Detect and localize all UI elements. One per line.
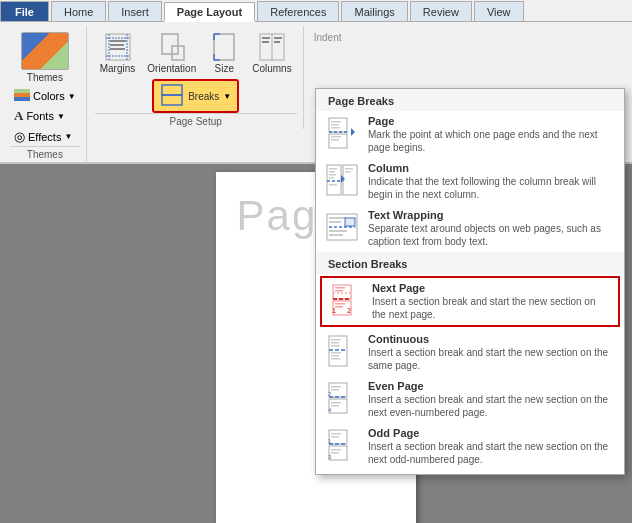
svg-rect-23 bbox=[274, 41, 280, 43]
text-wrapping-break-text: Text Wrapping Separate text around objec… bbox=[368, 209, 616, 248]
even-page-break-icon: 2 4 bbox=[324, 380, 360, 416]
dropdown-item-text-wrapping[interactable]: Text Wrapping Separate text around objec… bbox=[316, 205, 624, 252]
margins-label: Margins bbox=[100, 63, 136, 74]
colors-button[interactable]: Colors ▼ bbox=[10, 87, 80, 105]
section-breaks-header: Section Breaks bbox=[316, 252, 624, 274]
dropdown-item-page[interactable]: Page Mark the point at which one page en… bbox=[316, 111, 624, 158]
svg-rect-31 bbox=[331, 124, 339, 126]
odd-page-break-title: Odd Page bbox=[368, 427, 616, 439]
svg-rect-87 bbox=[331, 452, 339, 454]
svg-rect-49 bbox=[329, 221, 341, 223]
svg-rect-43 bbox=[329, 184, 337, 186]
column-break-icon bbox=[324, 162, 360, 198]
page-break-desc: Mark the point at which one page ends an… bbox=[368, 128, 616, 154]
dropdown-item-continuous[interactable]: Continuous Insert a section break and st… bbox=[316, 329, 624, 376]
svg-rect-50 bbox=[345, 218, 355, 226]
dropdown-item-even-page[interactable]: 2 4 Even Page Insert a section break and… bbox=[316, 376, 624, 423]
page-breaks-header: Page Breaks bbox=[316, 89, 624, 111]
columns-label: Columns bbox=[252, 63, 291, 74]
svg-rect-75 bbox=[331, 386, 341, 388]
svg-rect-76 bbox=[331, 389, 339, 391]
svg-rect-9 bbox=[110, 44, 124, 46]
next-page-break-title: Next Page bbox=[372, 282, 612, 294]
even-page-break-text: Even Page Insert a section break and sta… bbox=[368, 380, 616, 419]
svg-rect-45 bbox=[345, 171, 351, 173]
svg-rect-1 bbox=[14, 93, 30, 97]
size-label: Size bbox=[214, 63, 233, 74]
column-break-desc: Indicate that the text following the col… bbox=[368, 175, 616, 201]
svg-rect-78 bbox=[331, 405, 339, 407]
continuous-break-icon bbox=[324, 333, 360, 369]
page-setup-group-label: Page Setup bbox=[95, 113, 297, 127]
continuous-break-title: Continuous bbox=[368, 333, 616, 345]
svg-rect-8 bbox=[110, 40, 126, 42]
page-break-title: Page bbox=[368, 115, 616, 127]
svg-rect-53 bbox=[329, 234, 343, 236]
breaks-dropdown: Page Breaks Page Mark the point at which… bbox=[315, 88, 625, 475]
columns-icon bbox=[256, 31, 288, 63]
dropdown-item-column[interactable]: Column Indicate that the text following … bbox=[316, 158, 624, 205]
effects-button[interactable]: ◎ Effects ▼ bbox=[10, 127, 80, 146]
dropdown-item-next-page[interactable]: 1 2 Next Page Insert a section break and… bbox=[320, 276, 620, 327]
columns-button[interactable]: Columns bbox=[247, 28, 296, 77]
svg-rect-69 bbox=[331, 352, 341, 354]
breaks-icon bbox=[160, 83, 184, 109]
colors-dropdown-arrow: ▼ bbox=[68, 92, 76, 101]
tab-home[interactable]: Home bbox=[51, 1, 106, 21]
svg-rect-59 bbox=[335, 290, 343, 292]
next-page-break-desc: Insert a section break and start the new… bbox=[372, 295, 612, 321]
tab-insert[interactable]: Insert bbox=[108, 1, 162, 21]
svg-rect-32 bbox=[331, 127, 340, 129]
themes-label: Themes bbox=[27, 72, 63, 83]
fonts-button[interactable]: A Fonts ▼ bbox=[10, 106, 80, 126]
svg-rect-85 bbox=[331, 436, 339, 438]
svg-rect-2 bbox=[14, 89, 30, 93]
svg-rect-10 bbox=[110, 48, 125, 50]
svg-rect-20 bbox=[262, 37, 270, 39]
size-button[interactable]: Size bbox=[203, 28, 245, 77]
margins-button[interactable]: Margins bbox=[95, 28, 141, 77]
column-break-title: Column bbox=[368, 162, 616, 174]
themes-button[interactable]: Themes bbox=[17, 28, 73, 87]
page-break-icon bbox=[324, 115, 360, 151]
colors-icon bbox=[14, 89, 30, 103]
tab-view[interactable]: View bbox=[474, 1, 524, 21]
tab-page-layout[interactable]: Page Layout bbox=[164, 2, 255, 22]
odd-page-break-desc: Insert a section break and start the new… bbox=[368, 440, 616, 466]
tab-bar: File Home Insert Page Layout References … bbox=[0, 0, 632, 22]
tab-review[interactable]: Review bbox=[410, 1, 472, 21]
effects-dropdown-arrow: ▼ bbox=[64, 132, 72, 141]
svg-rect-70 bbox=[331, 355, 339, 357]
size-icon bbox=[208, 31, 240, 63]
effects-label: Effects bbox=[28, 131, 61, 143]
breaks-button[interactable]: Breaks ▼ bbox=[152, 79, 239, 113]
orientation-button[interactable]: Orientation bbox=[142, 28, 201, 77]
svg-rect-41 bbox=[329, 174, 336, 176]
dropdown-item-odd-page[interactable]: 1 3 Odd Page Insert a section break and … bbox=[316, 423, 624, 470]
svg-rect-39 bbox=[329, 168, 337, 170]
svg-rect-33 bbox=[331, 136, 341, 138]
svg-rect-58 bbox=[335, 287, 345, 289]
svg-rect-24 bbox=[162, 85, 182, 95]
even-page-break-desc: Insert a section break and start the new… bbox=[368, 393, 616, 419]
tab-file[interactable]: File bbox=[0, 1, 49, 21]
themes-sub-buttons: Colors ▼ A Fonts ▼ ◎ Effects ▼ bbox=[10, 87, 80, 146]
odd-page-break-text: Odd Page Insert a section break and star… bbox=[368, 427, 616, 466]
svg-text:2: 2 bbox=[347, 307, 351, 314]
tab-mailings[interactable]: Mailings bbox=[341, 1, 407, 21]
themes-group-label: Themes bbox=[10, 146, 80, 160]
svg-rect-13 bbox=[214, 34, 234, 60]
svg-rect-77 bbox=[331, 402, 341, 404]
continuous-break-text: Continuous Insert a section break and st… bbox=[368, 333, 616, 372]
next-page-break-text: Next Page Insert a section break and sta… bbox=[372, 282, 612, 321]
svg-rect-44 bbox=[345, 168, 353, 170]
even-page-break-title: Even Page bbox=[368, 380, 616, 392]
svg-rect-66 bbox=[331, 339, 341, 341]
tab-references[interactable]: References bbox=[257, 1, 339, 21]
breaks-dropdown-arrow: ▼ bbox=[223, 92, 231, 101]
fonts-icon: A bbox=[14, 108, 23, 124]
svg-text:1: 1 bbox=[332, 307, 336, 314]
svg-rect-11 bbox=[162, 34, 178, 54]
page-setup-group: Margins Orientation Size bbox=[89, 26, 304, 129]
effects-icon: ◎ bbox=[14, 129, 25, 144]
